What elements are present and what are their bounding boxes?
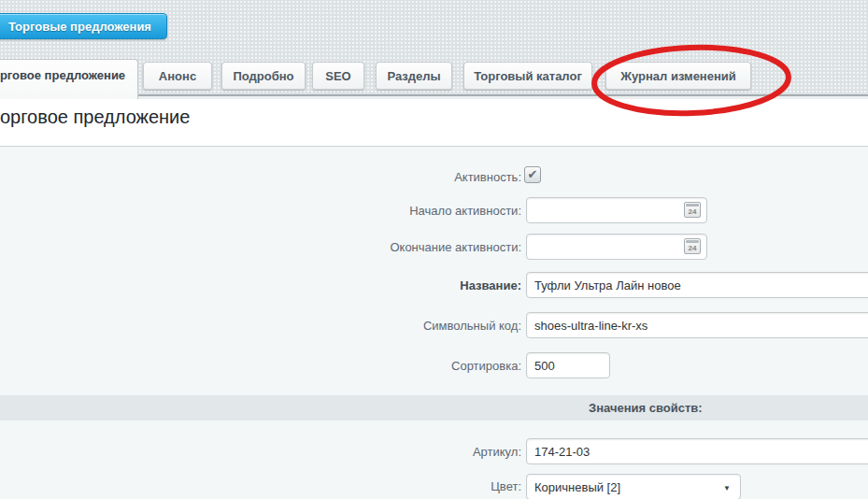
tab-label: Журнал изменений [620,69,736,83]
symbolic-code-label: Символьный код: [423,319,521,333]
tab-seo[interactable]: SEO [312,62,364,90]
name-label: Название: [460,278,521,292]
article-label: Артикул: [473,445,521,459]
symbolic-code-input[interactable] [526,312,868,338]
tab-label: Торговый каталог [474,69,582,83]
trade-offers-button[interactable]: Торговые предложения [0,13,167,39]
tab-label: Подробно [233,69,293,83]
check-icon: ✔ [528,168,538,180]
tab-change-log[interactable]: Журнал изменений [605,62,751,90]
name-input[interactable] [526,272,868,298]
admin-page: Торговые предложения рговое предложение … [0,0,868,499]
properties-section-band: Значения свойств: [0,395,868,421]
article-input[interactable] [526,438,868,464]
active-from-label: Начало активности: [409,204,521,218]
page-title: орговое предложение [0,107,190,128]
tab-details[interactable]: Подробно [221,62,306,90]
tab-trade-offer-active[interactable]: рговое предложение [0,59,138,99]
properties-section-title: Значения свойств: [589,395,703,421]
tab-label: Разделы [387,69,440,83]
active-to-label: Окончание активности: [390,240,521,254]
calendar-icon[interactable]: 24 [684,202,701,218]
tab-label: рговое предложение [0,68,125,82]
sort-input[interactable] [526,352,610,378]
tab-label: Анонс [159,69,196,83]
tab-announce[interactable]: Анонс [143,62,212,90]
chevron-down-icon: ▼ [723,484,731,492]
activity-label: Активность: [454,170,521,184]
tab-label: SEO [325,69,350,83]
sort-label: Сортировка: [451,359,521,373]
calendar-icon-number: 24 [685,244,700,252]
calendar-icon-number: 24 [685,207,700,216]
color-label: Цвет: [491,479,521,493]
color-select[interactable]: Коричневый [2] ▼ [526,474,741,499]
activity-checkbox[interactable]: ✔ [524,166,541,183]
active-from-input[interactable] [526,197,707,223]
calendar-icon[interactable]: 24 [684,238,701,254]
tab-sections[interactable]: Разделы [376,62,452,90]
active-to-input[interactable] [526,234,707,260]
trade-offers-button-label: Торговые предложения [8,20,151,34]
tab-trade-catalog[interactable]: Торговый каталог [463,62,592,90]
color-select-value: Коричневый [2] [527,480,620,494]
